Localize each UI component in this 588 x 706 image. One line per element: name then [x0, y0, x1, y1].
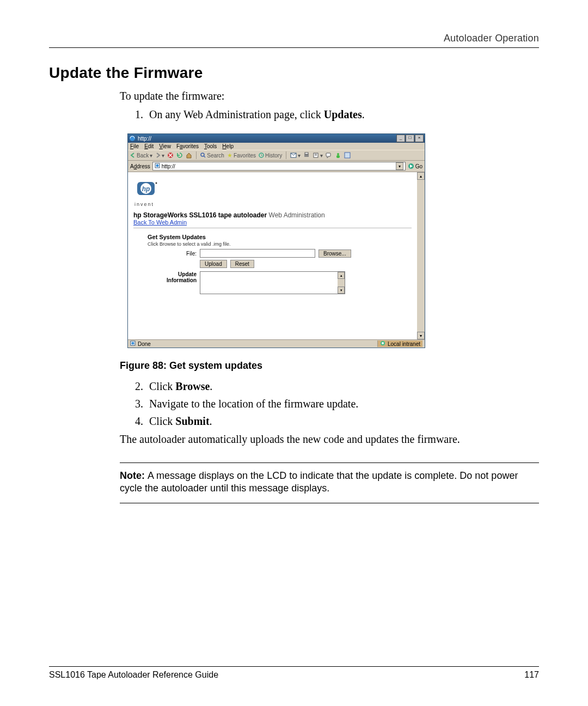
step-1-text-a: On any Web Administration page, click: [149, 108, 324, 120]
note-label: Note:: [120, 470, 148, 481]
steps-list-1: On any Web Administration page, click Up…: [120, 107, 539, 121]
product-title: hp StorageWorks SSL1016 tape autoloader …: [133, 211, 412, 219]
note-rule-bottom: [120, 503, 539, 503]
step-2: Click Browse.: [146, 379, 539, 393]
home-icon[interactable]: [186, 152, 192, 159]
note-body: A message displays on the LCD to indicat…: [120, 470, 518, 494]
history-button[interactable]: History: [259, 153, 282, 159]
figure-title: Get system updates: [169, 360, 262, 371]
favorites-label: Favorites: [234, 153, 256, 159]
step-4-text-a: Click: [149, 415, 175, 427]
figure-screenshot: http:// _ □ × File Edit View Favorites T…: [127, 133, 425, 348]
messenger-icon[interactable]: [335, 152, 341, 159]
back-button[interactable]: Back ▾: [130, 153, 152, 159]
step-3: Navigate to the location of the firmware…: [146, 397, 539, 411]
scroll-down-button[interactable]: ▾: [417, 332, 425, 339]
address-dropdown[interactable]: ▾: [396, 162, 403, 170]
favorites-button[interactable]: Favorites: [227, 153, 256, 159]
step-1-bold: Updates: [324, 108, 362, 120]
get-system-updates-heading: Get System Updates: [148, 234, 412, 240]
go-label: Go: [415, 163, 422, 169]
hp-invent-text: invent: [134, 202, 412, 207]
step-1-text-c: .: [362, 108, 365, 120]
steps-list-2: Click Browse. Navigate to the location o…: [120, 379, 539, 428]
product-title-main: hp StorageWorks SSL1016 tape autoloader: [133, 211, 267, 219]
discuss-icon[interactable]: [326, 152, 332, 159]
step-1: On any Web Administration page, click Up…: [146, 107, 539, 121]
related-icon[interactable]: [344, 152, 351, 159]
toolbar: Back ▾ ▾ Search Favorites History ▾ ▾: [128, 150, 425, 161]
print-icon[interactable]: [303, 152, 310, 159]
maximize-button[interactable]: □: [406, 135, 414, 142]
browse-button[interactable]: Browse...: [318, 249, 351, 258]
back-label: Back: [137, 153, 149, 159]
search-button[interactable]: Search: [200, 153, 224, 159]
menu-help[interactable]: Help: [222, 143, 234, 149]
ie-icon: [129, 135, 136, 142]
hp-logo: hp: [134, 181, 412, 200]
footer-left: SSL1016 Tape Autoloader Reference Guide: [49, 670, 218, 680]
page-header-section: Autoloader Operation: [49, 33, 539, 44]
para-result: The autoloader automatically uploads the…: [120, 433, 539, 446]
page-footer: SSL1016 Tape Autoloader Reference Guide …: [49, 666, 539, 680]
page-icon: [155, 163, 160, 169]
file-input[interactable]: [200, 249, 315, 258]
figure-caption: Figure 88: Get system updates: [120, 360, 539, 372]
address-value: http://: [162, 163, 175, 169]
step-2-text-a: Click: [149, 380, 175, 392]
scroll-up-button[interactable]: ▴: [417, 172, 425, 180]
menu-view[interactable]: View: [159, 143, 171, 149]
refresh-icon[interactable]: [176, 152, 183, 159]
svg-point-23: [382, 342, 384, 344]
svg-rect-6: [304, 154, 309, 157]
reset-button[interactable]: Reset: [230, 260, 254, 268]
svg-rect-7: [305, 153, 308, 154]
window-titlebar: http:// _ □ ×: [128, 134, 425, 143]
edit-icon[interactable]: ▾: [313, 152, 323, 159]
menu-favorites[interactable]: Favorites: [176, 143, 199, 149]
menu-edit[interactable]: Edit: [144, 143, 154, 149]
menu-file[interactable]: File: [130, 143, 139, 149]
svg-point-21: [132, 342, 134, 345]
search-label: Search: [207, 153, 224, 159]
history-label: History: [265, 153, 282, 159]
heading-update-firmware: Update the Firmware: [49, 64, 539, 82]
menubar: File Edit View Favorites Tools Help: [128, 143, 425, 150]
update-info-textarea[interactable]: ▴ ▾: [200, 271, 345, 294]
statusbar: Done Local intranet: [128, 339, 425, 348]
svg-rect-11: [336, 155, 340, 158]
back-to-web-admin-link[interactable]: Back To Web Admin: [133, 219, 187, 226]
textarea-scroll-up[interactable]: ▴: [338, 272, 345, 279]
intro-para: To update the firmware:: [120, 89, 539, 103]
svg-line-3: [204, 156, 205, 157]
svg-point-10: [337, 153, 339, 155]
zone-text: Local intranet: [388, 341, 420, 347]
textarea-scroll-down[interactable]: ▾: [338, 287, 345, 294]
browser-content: ▴ ▾ hp invent hp StorageWorks SSL1016 ta…: [128, 172, 425, 339]
close-button[interactable]: ×: [415, 135, 424, 142]
header-rule: [49, 47, 539, 48]
mail-icon[interactable]: ▾: [290, 153, 301, 159]
step-2-bold: Browse: [175, 380, 210, 392]
svg-rect-9: [326, 153, 330, 156]
update-info-label: Update Information: [148, 271, 197, 283]
form-subtext: Click Browse to select a valid .img file…: [148, 241, 412, 247]
step-2-text-c: .: [210, 380, 212, 392]
step-4-bold: Submit: [175, 415, 209, 427]
svg-point-14: [156, 165, 158, 167]
go-button[interactable]: Go: [408, 163, 422, 169]
done-icon: [130, 340, 136, 347]
upload-button[interactable]: Upload: [200, 260, 227, 268]
svg-text:hp: hp: [142, 185, 150, 193]
product-title-sub: Web Administration: [269, 211, 325, 219]
forward-button[interactable]: ▾: [155, 153, 164, 159]
svg-point-19: [156, 182, 157, 184]
address-input[interactable]: http:// ▾: [152, 162, 406, 171]
step-4: Click Submit.: [146, 414, 539, 428]
file-label: File:: [148, 251, 197, 257]
stop-icon[interactable]: [167, 152, 174, 159]
minimize-button[interactable]: _: [396, 135, 405, 142]
menu-tools[interactable]: Tools: [204, 143, 217, 149]
address-label: Address: [130, 163, 150, 169]
svg-rect-12: [345, 153, 350, 158]
